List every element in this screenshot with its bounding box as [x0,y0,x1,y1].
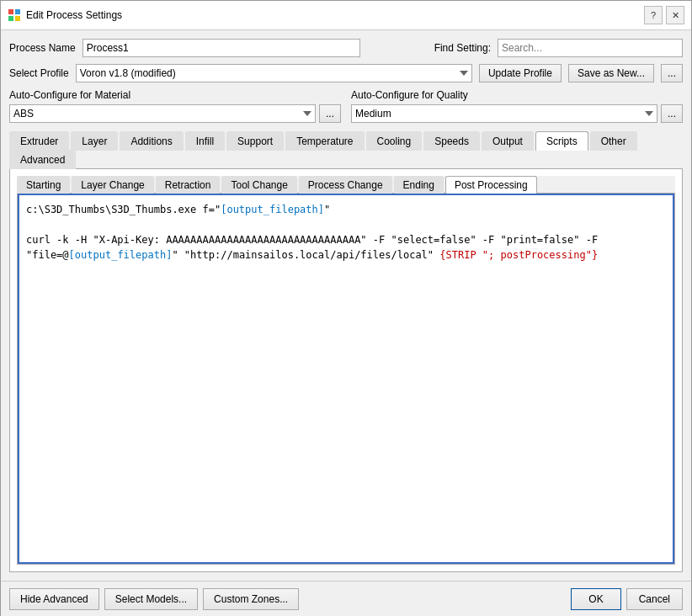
material-label: Auto-Configure for Material [9,89,341,101]
material-quality-row: Auto-Configure for Material ABS ... Auto… [9,89,683,123]
tab-main-temperature[interactable]: Temperature [285,131,364,151]
find-setting-section: Find Setting: [434,39,683,57]
sub-panel: c:\S3D_Thumbs\S3D_Thumbs.exe f="[output_… [17,194,675,565]
tab-sub-ending[interactable]: Ending [394,176,444,194]
profile-row: Select Profile Voron v1.8 (modified) Upd… [9,64,683,82]
process-name-label: Process Name [9,42,76,54]
output-filepath-2: [output_filepath] [69,249,173,261]
title-bar: Edit Process Settings ? ✕ [1,1,691,30]
cancel-button[interactable]: Cancel [626,588,683,610]
title-bar-left: Edit Process Settings [8,8,122,22]
help-button[interactable]: ? [644,6,663,24]
quality-select-row: Medium ... [351,104,683,123]
sub-tabs: StartingLayer ChangeRetractionTool Chang… [17,176,675,194]
title-bar-controls: ? ✕ [644,6,684,24]
close-button[interactable]: ✕ [666,6,684,24]
svg-rect-2 [8,16,13,21]
main-tabs: ExtruderLayerAdditionsInfillSupportTempe… [9,131,683,169]
strip-token: {STRIP "; postProcessing"} [439,249,598,261]
svg-rect-3 [15,16,20,21]
window-title: Edit Process Settings [26,9,122,21]
quality-more-button[interactable]: ... [661,104,683,123]
tab-main-support[interactable]: Support [226,131,284,151]
content-area: Process Name Find Setting: Select Profil… [1,30,691,581]
material-more-button[interactable]: ... [319,104,341,123]
tab-main-layer[interactable]: Layer [71,131,118,151]
find-setting-label: Find Setting: [434,42,491,54]
tab-sub-tool-change[interactable]: Tool Change [221,176,296,194]
process-name-input[interactable] [83,39,360,57]
tab-main-advanced[interactable]: Advanced [9,150,76,169]
tab-sub-starting[interactable]: Starting [17,176,70,194]
tab-main-output[interactable]: Output [482,131,534,151]
svg-rect-1 [15,9,20,14]
process-name-row: Process Name Find Setting: [9,39,683,57]
tab-main-speeds[interactable]: Speeds [423,131,480,151]
tab-sub-process-change[interactable]: Process Change [299,176,392,194]
script-content-area[interactable]: c:\S3D_Thumbs\S3D_Thumbs.exe f="[output_… [18,194,674,564]
hide-advanced-button[interactable]: Hide Advanced [9,588,99,610]
tab-main-cooling[interactable]: Cooling [366,131,423,151]
tab-sub-layer-change[interactable]: Layer Change [72,176,153,194]
bottom-left-buttons: Hide Advanced Select Models... Custom Zo… [9,588,299,610]
quality-select[interactable]: Medium [351,104,657,123]
tab-main-additions[interactable]: Additions [120,131,183,151]
update-profile-button[interactable]: Update Profile [479,64,562,82]
ok-button[interactable]: OK [571,588,620,610]
profile-select[interactable]: Voron v1.8 (modified) [76,64,472,82]
select-models-button[interactable]: Select Models... [104,588,198,610]
tab-main-scripts[interactable]: Scripts [535,131,588,151]
custom-zones-button[interactable]: Custom Zones... [203,588,299,610]
app-icon [8,8,21,22]
tab-main-other[interactable]: Other [590,131,637,151]
bottom-bar: Hide Advanced Select Models... Custom Zo… [1,581,691,616]
tab-sub-retraction[interactable]: Retraction [156,176,221,194]
find-setting-input[interactable] [498,39,683,57]
select-profile-label: Select Profile [9,67,69,79]
quality-label: Auto-Configure for Quality [351,89,683,101]
profile-more-button[interactable]: ... [661,64,683,82]
bottom-right-buttons: OK Cancel [571,588,683,610]
material-select-row: ABS ... [9,104,341,123]
quality-section: Auto-Configure for Quality Medium ... [351,89,683,123]
material-select[interactable]: ABS [9,104,316,123]
tab-sub-post-processing[interactable]: Post Processing [445,176,537,194]
svg-rect-0 [8,9,13,14]
material-section: Auto-Configure for Material ABS ... [9,89,341,123]
tab-main-infill[interactable]: Infill [185,131,225,151]
main-panel: StartingLayer ChangeRetractionTool Chang… [9,169,683,572]
main-window: Edit Process Settings ? ✕ Process Name F… [0,0,692,616]
tab-main-extruder[interactable]: Extruder [9,131,69,151]
output-filepath-1: [output_filepath] [221,204,324,215]
save-as-new-button[interactable]: Save as New... [568,64,654,82]
